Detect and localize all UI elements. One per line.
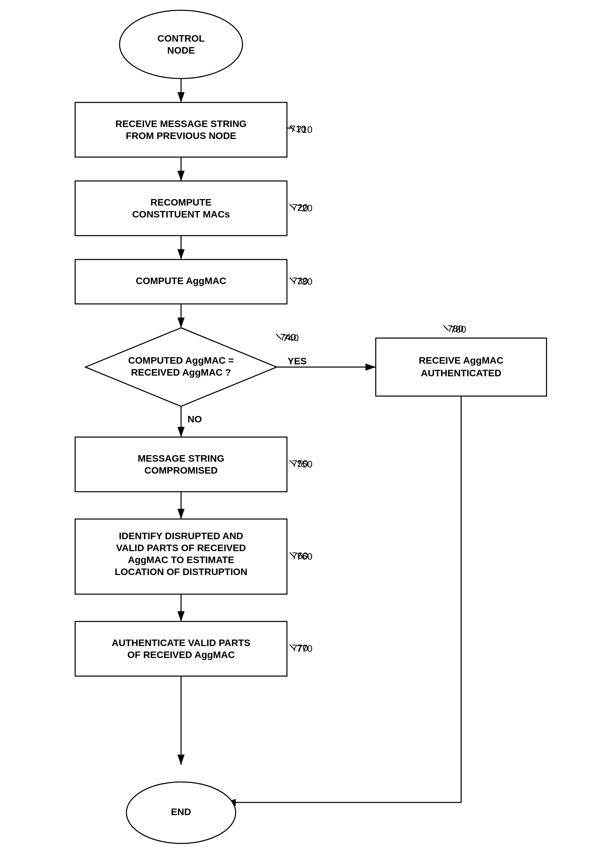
step-710-label1: RECEIVE MESSAGE STRING xyxy=(115,118,247,129)
step-760-label1: IDENTIFY DISRUPTED AND xyxy=(119,531,243,541)
ref-num-730: 730 xyxy=(296,276,313,287)
diagram-container: CONTROL NODE RECEIVE MESSAGE STRING FROM… xyxy=(0,0,608,868)
yes-label: YES xyxy=(288,356,307,366)
control-node-label1: CONTROL xyxy=(157,33,205,44)
step-780 xyxy=(376,338,546,396)
ref-num-710: 710 xyxy=(296,124,313,135)
step-710-label2: FROM PREVIOUS NODE xyxy=(126,130,236,141)
step-720 xyxy=(75,181,287,236)
step-720-label1: RECOMPUTE xyxy=(150,197,212,208)
step-760-label2: VALID PARTS OF RECEIVED xyxy=(116,542,246,553)
step-760-label3: AggMAC TO ESTIMATE xyxy=(128,555,234,565)
no-label: NO xyxy=(188,414,202,425)
step-750-label1: MESSAGE STRING xyxy=(138,453,225,464)
step-760-label4: LOCATION OF DISTRUPTION xyxy=(115,566,247,577)
ref-num-770: 770 xyxy=(296,643,313,654)
control-node xyxy=(119,10,242,79)
control-node-label2: NODE xyxy=(168,45,195,56)
step-770 xyxy=(75,622,287,676)
step-750-label2: COMPROMISED xyxy=(144,465,218,476)
diamond-740-label2: RECEIVED AggMAC ? xyxy=(131,367,231,378)
step-750 xyxy=(75,437,287,492)
ref-num-740: 740 xyxy=(283,333,299,343)
step-730-label: COMPUTE AggMAC xyxy=(136,276,226,286)
step-780-label1: RECEIVE AggMAC xyxy=(419,355,504,366)
step-780-label2: AUTHENTICATED xyxy=(421,368,501,378)
step-710 xyxy=(75,102,287,157)
step-720-label2: CONSTITUENT MACs xyxy=(132,209,230,220)
ref-num-720: 720 xyxy=(296,203,313,214)
ref-num-750: 750 xyxy=(296,459,313,470)
ref-num-780: 780 xyxy=(450,324,466,335)
end-node-label: END xyxy=(171,806,191,817)
diamond-740-label1: COMPUTED AggMAC = xyxy=(128,355,234,366)
step-770-label1: AUTHENTICATE VALID PARTS xyxy=(112,637,250,648)
step-770-label2: OF RECEIVED AggMAC xyxy=(127,649,235,660)
ref-num-760: 760 xyxy=(296,551,313,562)
